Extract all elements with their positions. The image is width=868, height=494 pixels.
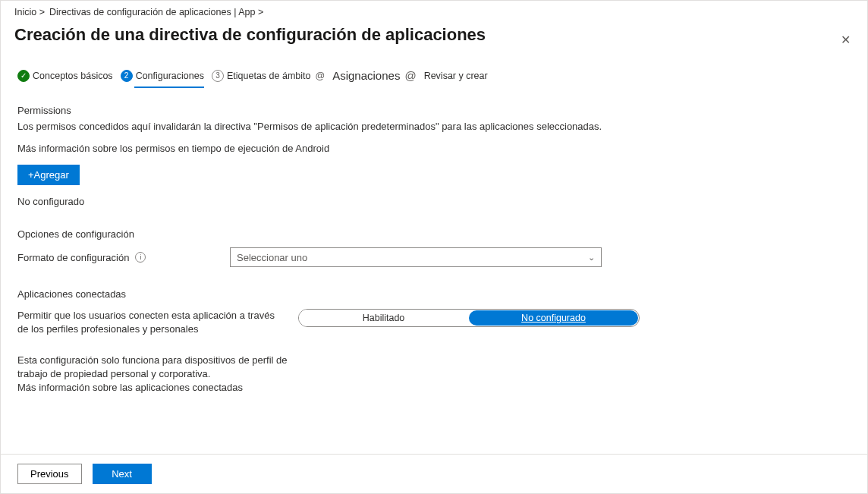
permissions-more-link[interactable]: Más información sobre los permisos en ti… [17,143,851,154]
tab-assignments[interactable]: Asignaciones @ [332,69,416,87]
connected-help-line1: Esta configuración solo funciona para di… [17,354,291,381]
previous-button[interactable]: Previous [17,464,82,484]
select-placeholder: Seleccionar uno [237,252,307,263]
config-format-label: Formato de configuración [17,252,129,263]
tab-scope-tags[interactable]: 3 Etiquetas de ámbito @ [212,70,325,87]
close-icon[interactable]: ✕ [841,34,851,46]
breadcrumb-home[interactable]: Inicio > [14,7,45,17]
tab-scope-label: Etiquetas de ámbito [227,71,311,81]
breadcrumb: Inicio > Directivas de configuración de … [1,1,867,17]
config-format-select[interactable]: Seleccionar uno ⌄ [230,247,602,267]
tab-review-label: Revisar y crear [424,71,488,81]
tab-scope-suffix: @ [315,71,325,81]
connected-row: Permitir que los usuarios conecten esta … [17,309,851,335]
permissions-heading: Permissions [17,105,851,116]
permissions-status: No configurado [17,196,851,207]
config-heading: Opciones de configuración [17,228,851,240]
tab-basics[interactable]: ✓ Conceptos básicos [17,70,113,87]
info-icon[interactable]: i [135,252,146,263]
connected-help: Esta configuración solo funciona para di… [17,354,291,395]
connected-toggle: Habilitado No configurado [298,309,640,327]
tab-basics-label: Conceptos básicos [33,71,113,81]
tab-assignments-label: Asignaciones [332,69,400,82]
tab-review[interactable]: Revisar y crear [424,71,488,86]
config-format-row: Formato de configuración i Seleccionar u… [17,247,851,267]
next-button[interactable]: Next [93,464,152,484]
chevron-down-icon: ⌄ [588,253,595,263]
connected-label: Permitir que los usuarios conecten esta … [17,309,298,335]
step-2-badge: 2 [121,70,133,82]
connected-help-link[interactable]: Más información sobre las aplicaciones c… [17,381,291,395]
page-title: Creación de una directiva de configuraci… [1,17,867,58]
toggle-not-configured[interactable]: No configurado [469,310,638,326]
tab-assignments-suffix: @ [404,69,416,82]
step-3-badge: 3 [212,70,224,82]
tab-settings-label: Configuraciones [136,71,204,81]
add-button[interactable]: +Agregar [17,165,80,185]
permissions-desc: Los permisos concedidos aquí invalidarán… [17,121,851,132]
wizard-tabs: ✓ Conceptos básicos 2 Configuraciones 3 … [1,58,867,93]
connected-heading: Aplicaciones conectadas [17,288,851,300]
check-icon: ✓ [17,70,30,82]
toggle-enabled[interactable]: Habilitado [299,310,468,326]
breadcrumb-path[interactable]: Directivas de configuración de aplicacio… [49,7,263,17]
wizard-footer: Previous Next [1,454,867,493]
tab-settings[interactable]: 2 Configuraciones [121,70,204,87]
main-content: Permissions Los permisos concedidos aquí… [1,93,867,395]
